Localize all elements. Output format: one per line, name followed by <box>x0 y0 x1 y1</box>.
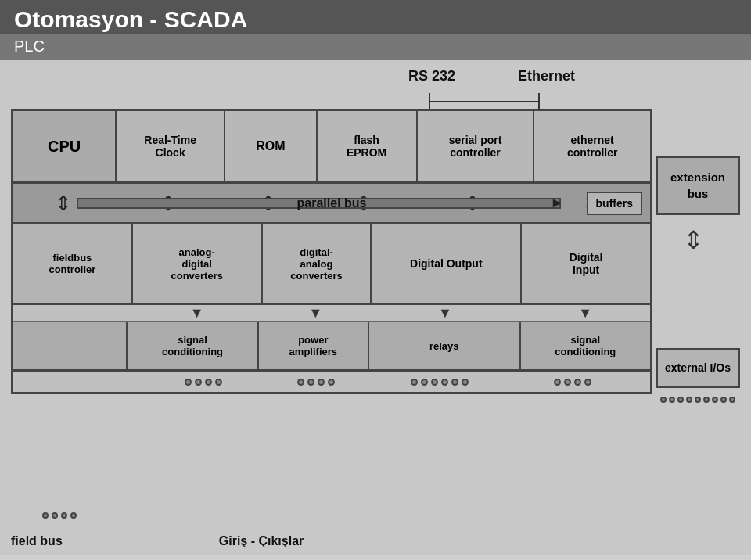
footer-row: field bus Giriş - Çıkışlar <box>11 534 740 548</box>
sig-conditioning-2: signal conditioning <box>521 322 650 369</box>
dot <box>195 379 202 386</box>
giris-label: Giriş - Çıkışlar <box>219 534 304 548</box>
extension-bus-box: extension bus <box>656 156 740 215</box>
main-content: RS 232 Ethernet CPU Real-Time Clock ROM … <box>0 60 751 555</box>
dot <box>215 379 222 386</box>
vline-rs232 <box>429 93 430 109</box>
comp-digital-analog: digital- analog converters <box>263 224 372 303</box>
sig-relays: relays <box>369 322 521 369</box>
dot <box>451 379 458 386</box>
components-row: fieldbus controller analog- digital conv… <box>13 224 650 305</box>
chips-row: CPU Real-Time Clock ROM flash EPROM seri… <box>13 111 650 184</box>
dot <box>205 379 212 386</box>
fieldbus-arrows-down <box>42 512 77 519</box>
subtitle: PLC <box>14 38 737 56</box>
ethernet-label: Ethernet <box>518 68 575 84</box>
comp-fieldbus: fieldbus controller <box>13 224 133 303</box>
comp-digital-input: Digital Input <box>522 224 650 303</box>
chip-cpu: CPU <box>13 111 117 181</box>
dot <box>297 379 304 386</box>
main-title: Otomasyon - SCADA <box>14 6 737 33</box>
vline-eth <box>538 93 540 109</box>
buffers-label: buffers <box>587 192 642 215</box>
dot <box>421 379 428 386</box>
dot <box>574 379 581 386</box>
header-sub: PLC <box>0 34 751 60</box>
dot <box>462 379 469 386</box>
comp-analog-digital: analog- digital converters <box>133 224 263 303</box>
ext-bidir-arrow: ⇕ <box>683 228 704 253</box>
field-bus-label: field bus <box>11 534 63 548</box>
dot <box>307 379 314 386</box>
dot <box>318 379 325 386</box>
parallel-bus-label: parallel bus <box>297 196 367 210</box>
connector-lines <box>11 93 740 109</box>
rs232-label: RS 232 <box>408 68 455 84</box>
dot <box>554 379 561 386</box>
dot <box>564 379 571 386</box>
sig-empty <box>13 322 128 369</box>
sig-power-amp: power amplifiers <box>259 322 369 369</box>
plc-box: CPU Real-Time Clock ROM flash EPROM seri… <box>11 109 652 394</box>
ext-io-dots <box>656 393 740 406</box>
parallel-bus-bar: ⇕ ⇕ ⇕ ⇕ ⇕ ⇕ ► <box>13 184 650 224</box>
bottom-dots-row <box>13 372 650 392</box>
sig-conditioning-1: signal conditioning <box>128 322 258 369</box>
chip-rom: ROM <box>225 111 317 181</box>
comp-digital-output: Digital Output <box>372 224 522 303</box>
chip-serial: serial port controller <box>418 111 535 181</box>
dot <box>185 379 192 386</box>
dot <box>441 379 448 386</box>
signal-row: signal conditioning power amplifiers rel… <box>13 322 650 372</box>
dot <box>431 379 438 386</box>
comm-labels-row: RS 232 Ethernet <box>11 68 740 93</box>
arrow-cpu: ⇕ <box>55 193 72 214</box>
chip-rtc: Real-Time Clock <box>117 111 225 181</box>
dot <box>584 379 591 386</box>
down-arrows-row: ▼ ▼ ▼ ▼ <box>13 305 650 322</box>
external-io-box: external I/Os <box>656 348 740 388</box>
chip-flash: flash EPROM <box>318 111 418 181</box>
dot <box>411 379 418 386</box>
chip-ethernet: ethernet controller <box>534 111 650 181</box>
dot <box>328 379 335 386</box>
hline-rs232-eth <box>429 101 538 102</box>
header-top: Otomasyon - SCADA <box>0 0 751 34</box>
